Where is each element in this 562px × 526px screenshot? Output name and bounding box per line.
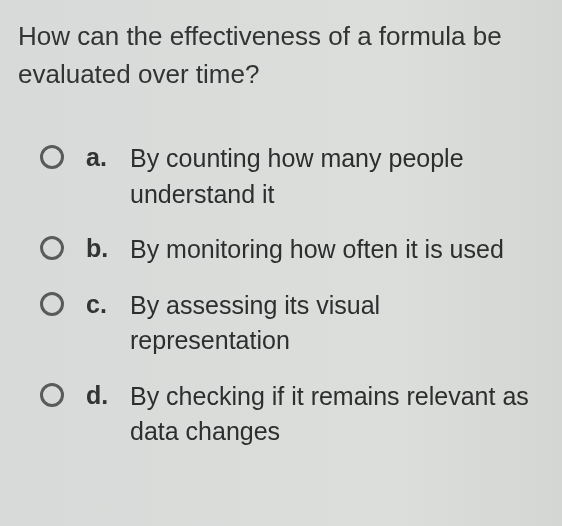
radio-icon[interactable]	[40, 292, 64, 316]
option-letter: c.	[86, 288, 130, 322]
option-letter: d.	[86, 379, 130, 413]
options-list: a. By counting how many people understan…	[18, 141, 542, 450]
question-text: How can the effectiveness of a formula b…	[18, 18, 542, 93]
radio-icon[interactable]	[40, 236, 64, 260]
radio-icon[interactable]	[40, 383, 64, 407]
option-d[interactable]: d. By checking if it remains relevant as…	[40, 379, 542, 450]
option-b[interactable]: b. By monitoring how often it is used	[40, 232, 542, 268]
option-text: By counting how many people understand i…	[130, 141, 542, 212]
option-letter: a.	[86, 141, 130, 175]
option-text: By monitoring how often it is used	[130, 232, 542, 268]
option-text: By checking if it remains relevant as da…	[130, 379, 542, 450]
option-letter: b.	[86, 232, 130, 266]
option-a[interactable]: a. By counting how many people understan…	[40, 141, 542, 212]
option-c[interactable]: c. By assessing its visual representatio…	[40, 288, 542, 359]
option-text: By assessing its visual representation	[130, 288, 542, 359]
radio-icon[interactable]	[40, 145, 64, 169]
